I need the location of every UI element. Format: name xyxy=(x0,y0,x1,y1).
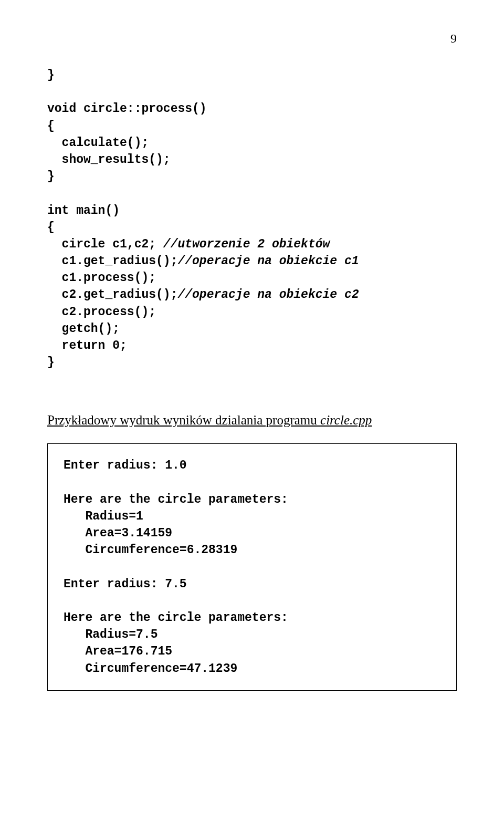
code-line: calculate(); xyxy=(47,136,149,150)
code-line: { xyxy=(47,119,55,133)
code-comment: //utworzenie 2 obiektów xyxy=(163,237,330,251)
code-line: } xyxy=(47,356,55,369)
code-line: c2.get_radius(); xyxy=(47,288,177,302)
code-block: } void circle::process() { calculate(); … xyxy=(47,67,457,371)
output-line: Circumference=47.1239 xyxy=(64,662,237,676)
section-title: Przykładowy wydruk wyników dzialania pro… xyxy=(47,413,457,428)
output-line: Enter radius: 7.5 xyxy=(64,577,187,591)
code-line: circle c1,c2; xyxy=(47,237,163,251)
output-line: Area=3.14159 xyxy=(64,526,172,540)
code-line: } xyxy=(47,170,55,183)
code-line: { xyxy=(47,221,55,234)
code-line: c1.get_radius(); xyxy=(47,254,177,268)
output-box: Enter radius: 1.0 Here are the circle pa… xyxy=(47,443,457,690)
page-number: 9 xyxy=(47,32,457,46)
code-line: } xyxy=(47,68,55,82)
code-line: void circle::process() xyxy=(47,102,207,116)
code-line: show_results(); xyxy=(47,153,171,167)
page-container: 9 } void circle::process() { calculate()… xyxy=(0,0,504,722)
section-italic: circle.cpp xyxy=(320,413,372,427)
code-line: c2.process(); xyxy=(47,305,156,319)
output-line: Circumference=6.28319 xyxy=(64,543,237,557)
code-line: return 0; xyxy=(47,339,127,352)
output-line: Enter radius: 1.0 xyxy=(64,459,187,472)
output-line: Radius=7.5 xyxy=(64,628,158,641)
section-prefix: Przykładowy wydruk wyników dzialania pro… xyxy=(47,413,320,427)
code-comment: //operacje na obiekcie c2 xyxy=(177,288,359,302)
output-line: Here are the circle parameters: xyxy=(64,611,288,625)
code-line: c1.process(); xyxy=(47,271,156,285)
code-line: getch(); xyxy=(47,322,120,336)
output-line: Radius=1 xyxy=(64,510,143,523)
output-line: Area=176.715 xyxy=(64,645,172,658)
output-line: Here are the circle parameters: xyxy=(64,493,288,506)
code-comment: //operacje na obiekcie c1 xyxy=(177,254,359,268)
code-line: int main() xyxy=(47,204,120,217)
